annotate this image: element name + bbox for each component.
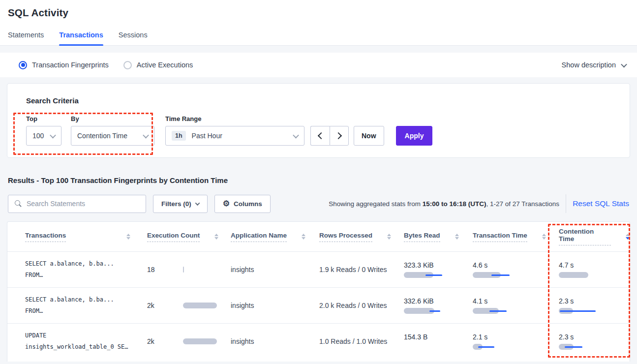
show-description-toggle[interactable]: Show description (562, 61, 626, 69)
transaction-fingerprint-link[interactable]: SELECT a.balance, b.ba... FROM… (7, 294, 140, 317)
tab-statements[interactable]: Statements (8, 31, 44, 45)
execution-count-bar (183, 338, 224, 344)
rows-processed-cell: 1.9 k Reads / 0 Writes (312, 266, 397, 273)
transaction-fingerprint-link[interactable]: SELECT a.balance, b.ba... FROM… (7, 258, 140, 281)
column-header-rows-processed[interactable]: Rows Processed (312, 232, 397, 242)
application-name-cell: insights (224, 266, 312, 273)
stats-time-range: 15:00 to 16:18 (UTC) (423, 200, 486, 208)
contention-time-cell: 2.3 s (552, 333, 630, 350)
tab-bar: Statements Transactions Sessions (8, 31, 637, 45)
rows-processed-cell: 1.0 Reads / 1.0 Writes (312, 337, 397, 345)
execution-count-cell: 2k (140, 302, 224, 309)
bytes-read-cell: 332.6 KiB (397, 297, 466, 314)
page-header: SQL Activity Statements Transactions Ses… (0, 0, 637, 46)
sort-icon (302, 234, 305, 240)
transaction-time-bar (473, 308, 515, 314)
radio-label: Active Executions (137, 61, 193, 69)
results-toolbar: Filters (0) Columns Showing aggregated s… (8, 194, 629, 213)
sort-icon (542, 234, 546, 240)
reset-sql-stats-link[interactable]: Reset SQL Stats (573, 199, 629, 208)
sort-desc-icon (626, 234, 630, 240)
previous-time-range-button[interactable] (310, 126, 330, 146)
search-icon (14, 200, 22, 208)
contention-time-cell: 4.7 s (552, 261, 630, 278)
by-field: By Contention Time (71, 115, 165, 146)
table-row: SELECT a.balance, b.ba... FROM… 18 insig… (7, 251, 630, 287)
bytes-read-cell: 154.3 B (397, 333, 466, 350)
top-select[interactable]: 100 (26, 126, 61, 146)
filters-label: Filters (0) (161, 200, 191, 208)
table-row: SELECT a.balance, b.ba... FROM… 2k insig… (7, 287, 630, 323)
gear-icon (223, 200, 234, 208)
page-title: SQL Activity (8, 7, 637, 19)
transaction-time-cell: 4.1 s (466, 297, 552, 314)
chevron-down-icon (50, 132, 56, 138)
vertical-divider (566, 194, 566, 213)
search-criteria-card: Search Criteria Top 100 By Contention Ti… (7, 83, 630, 158)
contention-time-bar (559, 344, 601, 350)
columns-button[interactable]: Columns (214, 195, 271, 213)
transaction-time-bar (473, 272, 515, 278)
view-toggle-bar: Transaction Fingerprints Active Executio… (0, 53, 637, 77)
time-range-field: Time Range 1h Past Hour (165, 115, 310, 146)
apply-button[interactable]: Apply (396, 126, 433, 146)
chevron-down-icon (621, 61, 627, 67)
transaction-time-cell: 4.6 s (466, 261, 552, 278)
column-header-transaction-time[interactable]: Transaction Time (466, 232, 552, 242)
search-statements-input[interactable] (27, 200, 141, 208)
filters-button[interactable]: Filters (0) (153, 195, 208, 213)
chevron-right-icon (334, 132, 341, 139)
radio-active-executions[interactable]: Active Executions (123, 61, 193, 69)
contention-time-bar (559, 272, 601, 278)
chevron-left-icon (318, 132, 325, 139)
time-range-badge: 1h (172, 131, 186, 141)
transaction-time-bar (473, 344, 515, 350)
tab-transactions[interactable]: Transactions (59, 31, 103, 45)
bytes-read-cell: 323.3 KiB (397, 261, 466, 278)
tab-sessions[interactable]: Sessions (119, 31, 148, 45)
application-name-cell: insights (224, 337, 312, 345)
contention-time-bar (559, 308, 601, 314)
column-header-execution-count[interactable]: Execution Count (140, 232, 224, 242)
search-criteria-heading: Search Criteria (26, 96, 630, 105)
radio-transaction-fingerprints[interactable]: Transaction Fingerprints (19, 61, 109, 69)
execution-count-bar (183, 303, 224, 308)
chevron-down-icon (195, 201, 200, 206)
radio-selected-icon (19, 61, 27, 69)
sort-icon (455, 234, 459, 240)
execution-count-bar (183, 267, 224, 273)
next-time-range-button[interactable] (330, 126, 349, 146)
rows-processed-cell: 2.0 k Reads / 0 Writes (312, 302, 397, 309)
time-range-value: Past Hour (192, 132, 222, 140)
column-header-bytes-read[interactable]: Bytes Read (397, 232, 466, 242)
table-row: UPDATE insights_workload_table_0 SE… 2k … (7, 323, 630, 359)
sort-icon (126, 234, 130, 240)
transaction-time-cell: 2.1 s (466, 333, 552, 350)
columns-label: Columns (234, 200, 262, 208)
bytes-read-bar (404, 272, 446, 278)
aggregated-stats-text: Showing aggregated stats from 15:00 to 1… (329, 200, 559, 208)
top-select-value: 100 (32, 132, 44, 140)
by-select[interactable]: Contention Time (71, 126, 154, 146)
chevron-down-icon (293, 132, 299, 138)
column-header-application-name[interactable]: Application Name (224, 232, 312, 242)
application-name-cell: insights (224, 302, 312, 309)
radio-unselected-icon (123, 61, 132, 69)
results-heading: Results - Top 100 Transaction Fingerprin… (8, 176, 629, 184)
table-header-row: Transactions Execution Count Application… (7, 222, 630, 251)
sort-icon (214, 234, 218, 240)
sort-icon (387, 234, 391, 240)
execution-count-cell: 2k (140, 337, 224, 345)
time-range-select[interactable]: 1h Past Hour (165, 126, 304, 146)
transaction-fingerprint-link[interactable]: UPDATE insights_workload_table_0 SE… (7, 330, 140, 353)
show-description-label: Show description (562, 61, 616, 69)
radio-label: Transaction Fingerprints (32, 61, 109, 69)
contention-time-cell: 2.3 s (552, 297, 630, 314)
time-range-label: Time Range (165, 115, 310, 122)
by-select-value: Contention Time (77, 132, 127, 140)
column-header-transactions[interactable]: Transactions (7, 232, 140, 242)
now-button[interactable]: Now (354, 126, 384, 146)
column-header-contention-time[interactable]: Contention Time (552, 228, 630, 245)
bytes-read-bar (404, 308, 446, 314)
time-range-pager (310, 126, 349, 146)
